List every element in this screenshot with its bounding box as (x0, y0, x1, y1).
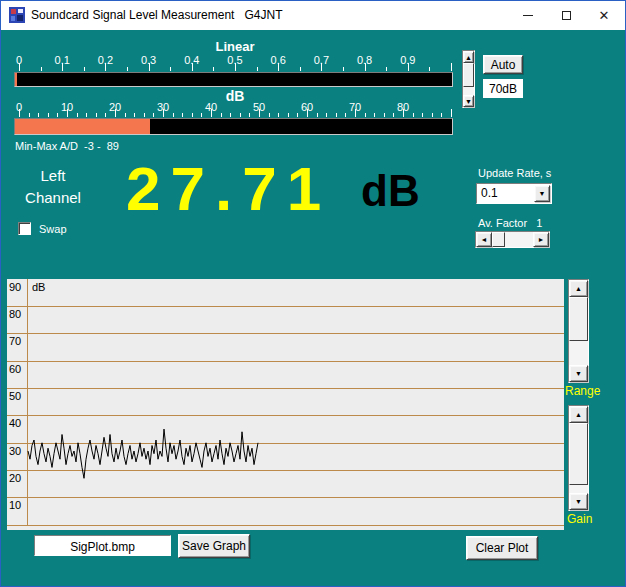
gain-scrollbar-thumb[interactable] (569, 423, 588, 485)
scroll-right-icon: ► (538, 236, 545, 243)
maximize-icon (562, 11, 571, 20)
gain-scroll-down-button[interactable]: ▼ (569, 493, 588, 510)
meter-major-tick (149, 63, 150, 71)
db-level-bar (14, 118, 453, 135)
meter-minor-tick (297, 113, 298, 117)
meter-minor-tick (345, 113, 346, 117)
window-title: Soundcard Signal Level Measurement G4JNT (31, 8, 282, 22)
gain-scrollbar[interactable]: ▲ ▼ (568, 405, 589, 511)
plot-y-tick-label: 60 (9, 363, 21, 375)
meter-minor-tick (170, 67, 171, 71)
av-factor-scroll-right-button[interactable]: ► (533, 232, 549, 247)
range-display: 70dB (483, 79, 523, 98)
swap-checkbox[interactable] (18, 222, 31, 235)
clear-plot-button[interactable]: Clear Plot (466, 536, 538, 560)
minimize-button[interactable] (511, 1, 545, 30)
meter-major-tick (259, 109, 260, 117)
close-button[interactable]: ✕ (587, 1, 621, 30)
title-bar[interactable]: Soundcard Signal Level Measurement G4JNT… (1, 1, 625, 30)
meter-major-tick (278, 63, 279, 71)
plot-y-tick-label: 80 (9, 308, 21, 320)
close-icon: ✕ (599, 8, 610, 23)
maximize-button[interactable] (549, 1, 583, 30)
av-factor-scroll-left-button[interactable]: ◄ (476, 232, 492, 247)
meter-minor-tick (84, 67, 85, 71)
meter-minor-tick (173, 113, 174, 117)
meter-major-tick (211, 109, 212, 117)
auto-button-label: Auto (491, 58, 516, 72)
level-value-display: 27.71 (126, 153, 331, 224)
meter-minor-tick (77, 113, 78, 117)
scroll-up-icon: ▲ (465, 54, 472, 61)
swap-checkbox-label: Swap (39, 223, 67, 235)
range-scroll-down-button[interactable]: ▼ (569, 365, 588, 382)
meter-minor-tick (125, 113, 126, 117)
meter-minor-tick (393, 113, 394, 117)
meter-minor-tick (134, 113, 135, 117)
meter-major-tick (365, 63, 366, 71)
meter-minor-tick (365, 113, 366, 117)
filename-input[interactable] (34, 535, 171, 556)
plot-unit-label: dB (32, 281, 45, 293)
gain-scroll-up-button[interactable]: ▲ (569, 406, 588, 423)
meter-range-scroll-up-button[interactable]: ▲ (463, 51, 474, 63)
meter-minor-tick (413, 113, 414, 117)
meter-minor-tick (48, 113, 49, 117)
linear-meter-title: Linear (215, 39, 254, 54)
meter-minor-tick (57, 113, 58, 117)
meter-minor-tick (269, 113, 270, 117)
av-factor-scrollbar-thumb[interactable] (492, 232, 505, 247)
meter-major-tick (403, 109, 404, 117)
channel-line2: Channel (7, 187, 99, 209)
plot-y-tick-label: 70 (9, 335, 21, 347)
plot-y-tick-label: 20 (9, 472, 21, 484)
range-scrollbar-label: Range (565, 384, 600, 398)
linear-level-bar (14, 72, 453, 87)
auto-button[interactable]: Auto (483, 55, 523, 74)
gain-scrollbar-label: Gain (567, 512, 592, 526)
save-graph-button[interactable]: Save Graph (178, 534, 250, 558)
db-meter-title: dB (226, 88, 245, 104)
channel-label: Left Channel (7, 165, 99, 209)
meter-minor-tick (386, 67, 387, 71)
meter-major-tick (19, 63, 20, 71)
range-scrollbar[interactable]: ▲ ▼ (568, 279, 589, 383)
scroll-down-icon: ▼ (575, 498, 582, 505)
meter-minor-tick (336, 113, 337, 117)
meter-minor-tick (343, 67, 344, 71)
clear-plot-button-label: Clear Plot (476, 541, 529, 555)
update-rate-dropdown-button[interactable]: ▼ (534, 185, 550, 202)
meter-minor-tick (429, 67, 430, 71)
meter-minor-tick (257, 67, 258, 71)
range-display-label: 70dB (489, 82, 517, 96)
meter-range-scrollbar-thumb[interactable] (463, 63, 474, 87)
meter-range-scrollbar[interactable]: ▲ ▼ (462, 50, 475, 108)
scroll-up-icon: ▲ (575, 285, 582, 292)
meter-major-tick (115, 109, 116, 117)
meter-major-tick (355, 109, 356, 117)
meter-minor-tick (38, 113, 39, 117)
meter-minor-tick (144, 113, 145, 117)
meter-minor-tick (374, 113, 375, 117)
meter-minor-tick (432, 113, 433, 117)
meter-major-tick (19, 109, 20, 117)
meter-minor-tick (96, 113, 97, 117)
av-factor-scrollbar[interactable]: ◄ ► (475, 231, 550, 248)
plot-y-tick-label: 50 (9, 390, 21, 402)
meter-minor-tick (41, 67, 42, 71)
range-scrollbar-thumb[interactable] (569, 297, 588, 341)
channel-line1: Left (7, 165, 99, 187)
meter-major-tick (451, 63, 452, 71)
range-scroll-up-button[interactable]: ▲ (569, 280, 588, 297)
update-rate-combobox[interactable]: 0.1 ▼ (476, 183, 552, 204)
signal-plot: 908070605040302010dB (7, 279, 564, 530)
meter-minor-tick (201, 113, 202, 117)
meter-minor-tick (86, 113, 87, 117)
plot-y-tick-label: 10 (9, 499, 21, 511)
meter-minor-tick (288, 113, 289, 117)
meter-minor-tick (230, 113, 231, 117)
meter-minor-tick (422, 113, 423, 117)
meter-major-tick (67, 109, 68, 117)
save-graph-button-label: Save Graph (182, 539, 246, 553)
meter-range-scroll-down-button[interactable]: ▼ (463, 95, 474, 107)
